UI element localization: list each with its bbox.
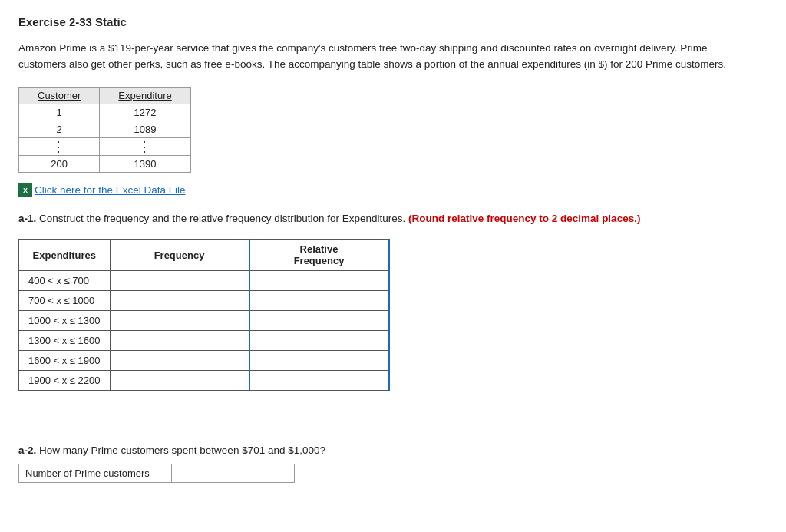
rel-frequency-input-cell-4[interactable]	[249, 331, 389, 351]
range-5: 1600 < x ≤ 1900	[19, 351, 111, 371]
expenditure-1: 1272	[100, 104, 190, 121]
rel-frequency-input-1[interactable]	[250, 272, 388, 289]
frequency-input-cell-6[interactable]	[110, 371, 249, 391]
customer-2: 2	[19, 121, 100, 137]
frequency-input-3[interactable]	[111, 312, 249, 329]
frequency-input-1[interactable]	[111, 272, 249, 289]
data-table: Customer Expenditure 1 1272 2 1089 ⋮ ⋮ 2…	[18, 87, 191, 173]
number-of-prime-customers-input-wrapper[interactable]	[172, 464, 295, 483]
range-6: 1900 < x ≤ 2200	[19, 371, 111, 391]
freq-header-frequency: Frequency	[110, 240, 249, 271]
intro-paragraph: Amazon Prime is a $119-per-year service …	[18, 41, 740, 73]
exercise-title: Exercise 2-33 Static	[18, 15, 768, 28]
rel-frequency-input-6[interactable]	[250, 372, 388, 389]
section-a1-bold-label: a-1.	[18, 213, 36, 224]
expenditure-2: 1089	[100, 121, 190, 137]
frequency-input-cell-1[interactable]	[110, 271, 249, 291]
frequency-table: Expenditures Frequency RelativeFrequency…	[18, 239, 390, 391]
frequency-input-2[interactable]	[111, 292, 249, 309]
frequency-input-4[interactable]	[111, 332, 249, 349]
section-a2: a-2. How many Prime customers spent betw…	[18, 444, 768, 483]
frequency-input-cell-4[interactable]	[110, 331, 249, 351]
rel-frequency-input-cell-2[interactable]	[249, 291, 389, 311]
frequency-input-cell-3[interactable]	[110, 311, 249, 331]
section-a2-label: a-2. How many Prime customers spent betw…	[18, 444, 768, 456]
range-2: 700 < x ≤ 1000	[19, 291, 111, 311]
rel-frequency-input-cell-5[interactable]	[249, 351, 389, 371]
answer-input-row: Number of Prime customers	[18, 464, 768, 483]
expenditure-200: 1390	[100, 155, 190, 172]
number-of-prime-customers-input[interactable]	[172, 464, 294, 482]
freq-row-6: 1900 < x ≤ 2200	[19, 371, 389, 391]
freq-header-expenditures: Expenditures	[19, 240, 111, 271]
section-a1-text: Construct the frequency and the relative…	[39, 213, 408, 224]
freq-row-1: 400 < x ≤ 700	[19, 271, 389, 291]
rel-frequency-input-4[interactable]	[250, 332, 388, 349]
section-a1-label: a-1. Construct the frequency and the rel…	[18, 211, 740, 226]
excel-data-link[interactable]: Click here for the Excel Data File	[35, 184, 186, 196]
col-header-customer: Customer	[19, 87, 100, 104]
rel-frequency-input-3[interactable]	[250, 312, 388, 329]
rel-frequency-input-5[interactable]	[250, 352, 388, 369]
freq-row-2: 700 < x ≤ 1000	[19, 291, 389, 311]
frequency-input-6[interactable]	[111, 372, 249, 389]
col-header-expenditure: Expenditure	[100, 87, 190, 104]
frequency-input-cell-2[interactable]	[110, 291, 249, 311]
frequency-input-cell-5[interactable]	[110, 351, 249, 371]
excel-link-container: X Click here for the Excel Data File	[18, 183, 768, 197]
number-of-prime-customers-label: Number of Prime customers	[18, 464, 172, 483]
freq-row-5: 1600 < x ≤ 1900	[19, 351, 389, 371]
table-row: 1 1272	[19, 104, 191, 121]
table-row: 2 1089	[19, 121, 191, 137]
range-4: 1300 < x ≤ 1600	[19, 331, 111, 351]
range-3: 1000 < x ≤ 1300	[19, 311, 111, 331]
rel-frequency-input-cell-3[interactable]	[249, 311, 389, 331]
freq-row-4: 1300 < x ≤ 1600	[19, 331, 389, 351]
section-a2-text: How many Prime customers spent between $…	[39, 444, 325, 456]
rel-frequency-input-2[interactable]	[250, 292, 388, 309]
freq-header-rel-frequency: RelativeFrequency	[249, 240, 389, 271]
table-row: 200 1390	[19, 155, 191, 172]
section-a2-bold-label: a-2.	[18, 444, 36, 456]
table-row: ⋮ ⋮	[19, 137, 191, 155]
rel-frequency-input-cell-6[interactable]	[249, 371, 389, 391]
rel-frequency-input-cell-1[interactable]	[249, 271, 389, 291]
freq-row-3: 1000 < x ≤ 1300	[19, 311, 389, 331]
range-1: 400 < x ≤ 700	[19, 271, 111, 291]
frequency-input-5[interactable]	[111, 352, 249, 369]
customer-200: 200	[19, 155, 100, 172]
excel-icon: X	[18, 183, 32, 197]
expenditure-dots: ⋮	[100, 137, 190, 155]
answer-label-text: Number of Prime customers	[25, 468, 150, 479]
customer-dots: ⋮	[19, 137, 100, 155]
customer-1: 1	[19, 104, 100, 121]
section-a1-instruction: (Round relative frequency to 2 decimal p…	[408, 213, 640, 224]
